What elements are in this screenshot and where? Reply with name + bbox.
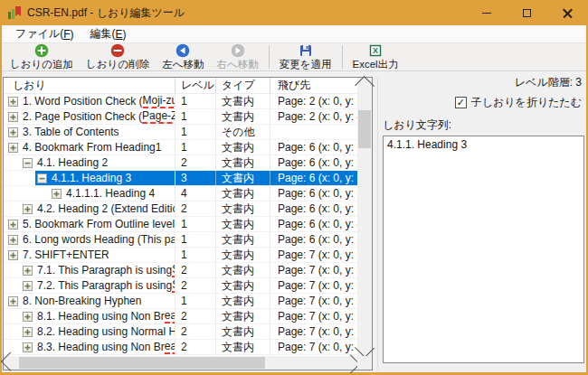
table-row[interactable]: 3. Table of Contents1その他 [4,125,357,140]
level-cell: 1 [175,125,216,139]
type-cell: 文書内 [216,309,270,323]
column-header-type[interactable]: タイプ [216,78,270,93]
expand-expander-icon[interactable] [23,266,33,276]
level-cell: 1 [175,94,216,108]
menu-edit[interactable]: 編集(E) [81,25,134,42]
column-header-destination[interactable]: 飛び先 [270,78,357,93]
expand-expander-icon[interactable] [8,127,18,137]
bookmark-cell: 4.2. Heading 2 (Extend Edition)... [4,202,175,216]
table-row[interactable]: 8. Non-Breaking Hyphen1文書内Page: 7 (x: 0,… [4,294,357,309]
menu-file[interactable]: ファイル(F) [7,25,81,42]
type-cell: 文書内 [216,94,270,108]
bookmark-title: 7.2. This Paragraph is using [37,279,172,292]
scroll-left-button[interactable] [4,356,17,370]
expand-expander-icon[interactable] [52,189,62,199]
expand-expander-icon[interactable] [8,250,18,260]
type-cell: 文書内 [216,232,270,247]
bookmark-title: 7.1. This Paragraph is using [37,264,172,277]
close-button[interactable] [547,0,588,25]
misspelled-text: Moji-zure) [143,94,175,108]
scroll-down-button[interactable] [357,342,372,356]
table-row[interactable]: 1. Word Position Check (Moji-zure)1文書内Pa… [4,94,357,109]
table-row[interactable]: 8.1. Heading using Non Brea...2文書内Page: … [4,309,357,324]
expand-expander-icon[interactable] [23,281,33,291]
expand-expander-icon[interactable] [23,327,33,337]
type-cell: 文書内 [216,340,270,354]
expand-expander-icon[interactable] [8,220,18,230]
scroll-up-button[interactable] [357,78,372,91]
level-cell: 2 [175,278,216,293]
table-row[interactable]: 5. Bookmark From Outline level (...1文書内P… [4,217,357,232]
title-bar: CSR-EN.pdf - しおり編集ツール [0,0,588,25]
expand-expander-icon[interactable] [8,296,18,306]
level-cell: 1 [175,232,216,247]
collapse-children-checkbox[interactable]: ✓ [455,97,467,108]
expand-expander-icon[interactable] [23,312,33,322]
expand-expander-icon[interactable] [23,342,33,352]
bookmark-editor-window: CSR-EN.pdf - しおり編集ツール ファイル(F)編集(E) しおりの追… [0,0,588,375]
excel-export-button[interactable]: XExcel出力 [346,43,405,71]
tree-list-header: しおり レベル タイプ 飛び先 [4,78,357,94]
bookmark-title: 6. Long words Heading (This pa [23,233,175,246]
table-row[interactable]: 6. Long words Heading (This para...1文書内P… [4,232,357,248]
bookmark-tree-list: しおり レベル タイプ 飛び先 1. Word Position Check (… [3,77,373,370]
table-row[interactable]: 4.2. Heading 2 (Extend Edition)...2文書内Pa… [4,202,357,217]
panel-splitter[interactable] [377,77,378,370]
add-bookmark-button[interactable]: しおりの追加 [4,43,80,71]
add-bookmark-icon [34,43,49,58]
table-row[interactable]: 4.1.1. Heading 33文書内Page: 6 (x: 0, y: 65… [4,171,357,186]
bookmark-cell: 5. Bookmark From Outline level (... [4,217,175,231]
delete-bookmark-button[interactable]: しおりの削除 [80,43,156,71]
move-left-button[interactable]: 左へ移動 [156,43,210,71]
save-icon [299,43,313,58]
minimize-button[interactable] [466,0,507,25]
vertical-scrollbar-thumb[interactable] [358,110,371,148]
apply-changes-button[interactable]: 変更を適用 [273,43,338,71]
collapse-expander-icon[interactable] [37,173,47,183]
expand-expander-icon[interactable] [8,143,18,153]
table-row[interactable]: 4.1.1.1. Heading 44文書内Page: 6 (x: 0, y: … [4,186,357,202]
bookmark-string-textarea[interactable]: 4.1.1. Heading 3 [383,136,584,363]
vertical-scrollbar[interactable] [357,78,372,356]
toolbar-button-label: しおりの追加 [10,58,73,71]
collapse-children-row[interactable]: ✓ 子しおりを折りたたむ [383,95,584,110]
bookmark-title: 4.1.1. Heading 3 [52,172,131,184]
horizontal-scrollbar[interactable] [4,356,357,370]
table-row[interactable]: 7.1. This Paragraph is using S...2文書内Pag… [4,263,357,278]
table-row[interactable]: 4. Bookmark From Heading11文書内Page: 6 (x:… [4,140,357,155]
toolbar-separator [269,45,270,69]
detail-panel: レベル階層: 3 ✓ 子しおりを折りたたむ しおり文字列: 4.1.1. Hea… [383,75,584,363]
type-cell: 文書内 [216,217,270,231]
close-icon [563,8,573,18]
expand-expander-icon[interactable] [8,235,18,245]
tree-list-body: 1. Word Position Check (Moji-zure)1文書内Pa… [4,94,357,356]
level-cell: 1 [175,217,216,231]
scroll-right-button[interactable] [344,356,357,370]
maximize-button[interactable] [507,0,547,25]
table-row[interactable]: 8.2. Heading using Normal Hyp...2文書内Page… [4,324,357,340]
bookmark-title: 4. Bookmark From Heading1 [23,141,161,154]
table-row[interactable]: 4.1. Heading 22文書内Page: 6 (x: 0, y: 673 [4,155,357,171]
bookmark-cell: 7.2. This Paragraph is using S... [4,278,175,293]
type-cell: 文書内 [216,140,270,155]
table-row[interactable]: 7. SHIFT+ENTER1文書内Page: 7 (x: 0, y: 692 [4,248,357,263]
bookmark-title: 5. Bookmark From Outline level (... [23,218,175,230]
type-cell: 文書内 [216,109,270,124]
bookmark-title: 8.2. Heading using Normal H [37,325,175,338]
bookmark-title: 7. SHIFT+ENTER [23,248,109,261]
column-header-level[interactable]: レベル [175,78,216,93]
window-content: ファイル(F)編集(E) しおりの追加しおりの削除左へ移動右へ移動変更を適用XE… [2,25,586,372]
bookmark-cell: 8. Non-Breaking Hyphen [4,294,175,308]
horizontal-scrollbar-thumb[interactable] [19,357,265,369]
expand-expander-icon[interactable] [8,112,18,122]
table-row[interactable]: 7.2. This Paragraph is using S...2文書内Pag… [4,278,357,294]
table-row[interactable]: 2. Page Position Check (Page-Zure)1文書内Pa… [4,109,357,125]
destination-cell: Page: 7 (x: 0, y: 529 [270,340,357,354]
table-row[interactable]: 8.3. Heading using Non Brea...2文書内Page: … [4,340,357,355]
collapse-expander-icon[interactable] [23,158,33,168]
destination-cell: Page: 6 (x: 0, y: 529 [270,202,357,216]
column-header-bookmark[interactable]: しおり [4,78,175,93]
expand-expander-icon[interactable] [23,204,33,214]
misspelled-text: ea... [165,340,175,354]
expand-expander-icon[interactable] [8,97,18,107]
